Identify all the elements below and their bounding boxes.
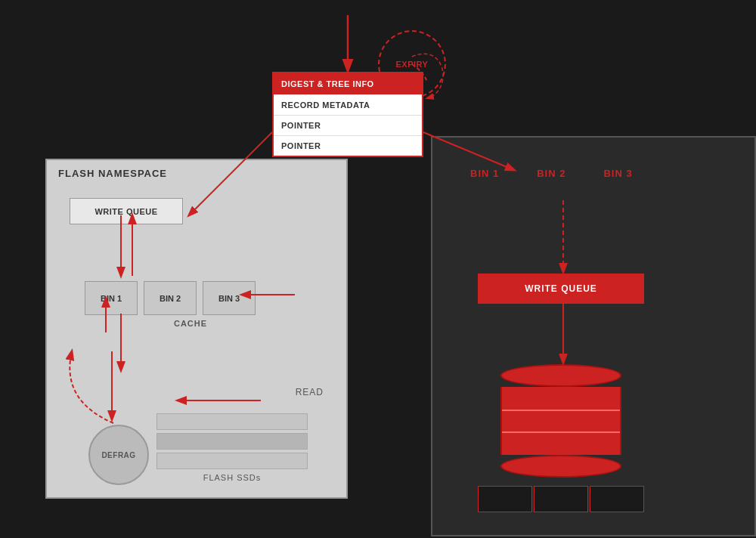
- record-card-digest: DIGEST & TREE INFO: [274, 73, 422, 95]
- flash-bin-3: BIN 3: [203, 281, 256, 315]
- database-cylinder: [500, 364, 621, 478]
- record-card: DIGEST & TREE INFO RECORD METADATA POINT…: [272, 72, 423, 157]
- flash-bin-1: BIN 1: [85, 281, 138, 315]
- db-top: [500, 364, 621, 387]
- right-bin-1: BIN 1: [470, 168, 499, 179]
- flash-namespace-panel: FLASH NAMESPACE WRITE QUEUE BIN 1 BIN 2 …: [45, 159, 348, 499]
- right-bin-3: BIN 3: [603, 168, 632, 179]
- table-cell-2: [534, 486, 588, 512]
- flash-ssds: FLASH SSDs: [156, 413, 308, 482]
- right-bins: BIN 1 BIN 2 BIN 3: [470, 168, 633, 179]
- db-stripe-2: [502, 431, 620, 433]
- right-bin-2: BIN 2: [537, 168, 565, 179]
- record-card-pointer-1: POINTER: [274, 116, 422, 136]
- bottom-table: [478, 486, 644, 512]
- record-card-pointer-2: POINTER: [274, 136, 422, 156]
- cache-bins: BIN 1 BIN 2 BIN 3: [85, 281, 296, 315]
- db-body: [500, 387, 621, 455]
- defrag-circle: DEFRAG: [88, 425, 149, 485]
- write-queue-flash: WRITE QUEUE: [70, 198, 183, 224]
- write-queue-right: WRITE QUEUE: [478, 274, 644, 304]
- ssd-row-3: [156, 453, 308, 469]
- table-cell-1: [478, 486, 532, 512]
- cache-label: CACHE: [85, 319, 296, 328]
- table-cell-3: [590, 486, 644, 512]
- ssd-row-2: [156, 433, 308, 450]
- db-bottom: [500, 455, 621, 478]
- db-stripe-1: [502, 410, 620, 411]
- flash-bin-2: BIN 2: [144, 281, 197, 315]
- flash-ssds-label: FLASH SSDs: [156, 473, 308, 482]
- ssd-row-1: [156, 413, 308, 430]
- read-label: READ: [296, 387, 324, 397]
- flash-namespace-label: FLASH NAMESPACE: [58, 168, 167, 179]
- right-panel: BIN 1 BIN 2 BIN 3 WRITE QUEUE: [431, 136, 756, 536]
- cache-container: BIN 1 BIN 2 BIN 3 CACHE: [85, 281, 296, 328]
- expiry-label: EXPIRY: [396, 60, 429, 69]
- record-card-metadata: RECORD METADATA: [274, 95, 422, 116]
